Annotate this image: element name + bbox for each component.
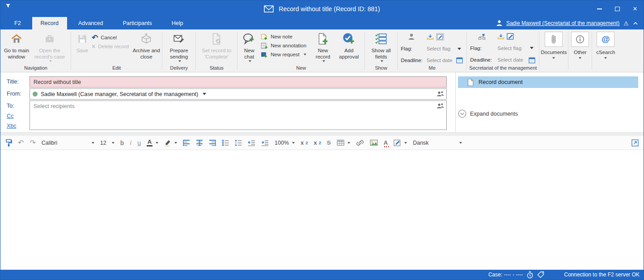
other-menu-button[interactable]: Other xyxy=(569,29,591,72)
warning-icon[interactable]: ⚠ xyxy=(623,20,629,27)
underline-button[interactable]: u xyxy=(137,139,141,146)
open-records-case-button[interactable]: Open the record's case xyxy=(30,31,69,62)
subscript-button[interactable]: x2 xyxy=(314,139,322,146)
undo-button[interactable]: ↶ xyxy=(18,138,24,147)
tab-help[interactable]: Help xyxy=(163,17,192,29)
align-center-button[interactable] xyxy=(196,139,203,146)
insert-image-button[interactable] xyxy=(370,139,378,146)
secretariat-flag-select[interactable]: Select flag xyxy=(497,46,525,51)
csearch-button[interactable]: @ cSearch xyxy=(593,29,619,72)
from-field[interactable]: Sadie Maxwell (Case manager, Secretariat… xyxy=(30,88,447,100)
group-label-me: Me xyxy=(398,65,466,72)
ribbon-group-status: Set record to 'Complete' Status xyxy=(196,29,237,72)
flag-tray-icon[interactable] xyxy=(427,34,434,40)
decrease-indent-button[interactable] xyxy=(248,140,255,146)
open-editor-window-button[interactable] xyxy=(631,139,639,146)
current-user-link[interactable]: Sadie Maxwell (Secretariat of the manage… xyxy=(506,20,619,26)
secretariat-deadline-select[interactable]: Select date xyxy=(497,57,525,63)
prepare-sending-button[interactable]: Prepare sending xyxy=(164,31,194,62)
minimize-button[interactable] xyxy=(595,5,603,13)
secretariat-calendar-icon[interactable] xyxy=(529,57,537,63)
bullet-list-button[interactable] xyxy=(222,139,229,146)
quick-access-pin-icon[interactable] xyxy=(5,4,11,8)
save-icon xyxy=(76,31,88,46)
address-book-icon[interactable] xyxy=(436,91,444,97)
ribbon-group-edit: Save ↶ Cancel × Delete record xyxy=(72,29,161,72)
new-annotation-button[interactable]: New annotation xyxy=(261,42,306,49)
increase-indent-button[interactable] xyxy=(261,140,269,146)
superscript-button[interactable]: x2 xyxy=(301,139,308,146)
documents-menu-button[interactable]: Documents xyxy=(540,29,568,72)
document-icon xyxy=(467,79,474,86)
add-approval-button[interactable]: Add approval xyxy=(335,31,363,60)
ribbon-group-new: New chat New note New annotation xyxy=(238,29,364,72)
bold-button[interactable]: b xyxy=(120,139,124,146)
record-document-editor[interactable] xyxy=(0,150,644,270)
edit-mode-button[interactable] xyxy=(394,139,407,146)
insert-link-button[interactable] xyxy=(356,139,364,146)
show-all-fields-button[interactable]: Show all fields xyxy=(367,31,395,62)
tab-record[interactable]: Record xyxy=(32,17,67,29)
new-request-button[interactable]: New request xyxy=(261,51,306,58)
flag-edit-icon-selected[interactable] xyxy=(436,33,444,41)
format-painter-button[interactable] xyxy=(5,139,12,147)
font-color-button[interactable]: A xyxy=(147,139,158,146)
highlighter-button[interactable] xyxy=(164,139,177,146)
italic-button[interactable]: i xyxy=(130,139,131,146)
table-button[interactable] xyxy=(337,139,350,146)
me-flag-select[interactable]: Select flag xyxy=(427,46,453,51)
go-to-main-window-button[interactable]: Go to main window xyxy=(3,31,30,60)
from-dropdown-caret[interactable] xyxy=(203,93,206,95)
to-label: To: xyxy=(7,103,30,109)
cc-link[interactable]: Cc xyxy=(7,113,30,119)
expand-chevron-icon xyxy=(458,109,466,118)
align-right-button[interactable] xyxy=(209,139,216,146)
collapse-ribbon-icon[interactable] xyxy=(633,21,638,25)
group-separator xyxy=(539,32,539,70)
record-document-item[interactable]: Record document xyxy=(458,76,638,88)
close-button[interactable]: × xyxy=(631,5,639,13)
to-recipients-field[interactable]: Select recipients xyxy=(30,100,447,130)
numbered-list-button[interactable] xyxy=(235,139,242,146)
address-book-icon[interactable] xyxy=(436,103,444,109)
strikethrough-button[interactable]: S xyxy=(327,139,331,146)
expand-documents-button[interactable]: Expand documents xyxy=(458,109,638,118)
to-labels-column: To: Cc Xbc xyxy=(7,100,30,130)
me-flag-label: Flag: xyxy=(401,46,423,51)
set-record-complete-button[interactable]: Set record to 'Complete' xyxy=(198,31,235,60)
redo-button[interactable]: ↷ xyxy=(30,138,35,147)
secretariat-flag-dropdown-caret[interactable] xyxy=(530,47,534,49)
group-separator xyxy=(71,32,71,70)
flag-tray-icon[interactable] xyxy=(497,33,504,40)
font-size-select[interactable]: 12 xyxy=(100,140,114,146)
stopwatch-icon[interactable] xyxy=(526,271,534,279)
group-separator xyxy=(162,32,162,70)
title-input[interactable] xyxy=(30,76,447,88)
xbc-link[interactable]: Xbc xyxy=(7,123,30,129)
maximize-button[interactable] xyxy=(613,5,621,13)
me-person-icon xyxy=(408,33,415,40)
new-note-button[interactable]: New note xyxy=(261,33,306,40)
zoom-select[interactable]: 100% xyxy=(275,140,295,146)
tab-advanced[interactable]: Advanced xyxy=(70,17,112,29)
spellcheck-button[interactable]: A xyxy=(384,139,388,146)
font-family-select[interactable]: Calibri xyxy=(42,140,94,146)
me-calendar-icon[interactable] xyxy=(456,57,464,63)
archive-and-close-button[interactable]: Archive and close xyxy=(132,31,160,60)
tab-participants[interactable]: Participants xyxy=(114,17,161,29)
cancel-button[interactable]: ↶ Cancel xyxy=(92,34,129,41)
me-deadline-select[interactable]: Select date xyxy=(427,58,453,63)
tag-icon[interactable] xyxy=(537,271,544,278)
align-left-button[interactable] xyxy=(183,139,190,146)
new-record-button[interactable]: New record xyxy=(311,31,335,62)
me-flag-dropdown-caret[interactable] xyxy=(458,48,461,50)
delete-record-button[interactable]: × Delete record xyxy=(92,43,129,50)
group-label-show: Show xyxy=(365,65,397,72)
new-chat-button[interactable]: New chat xyxy=(239,31,259,62)
flag-edit-icon[interactable] xyxy=(507,33,514,40)
tab-f2[interactable]: F2 xyxy=(6,17,30,29)
save-button[interactable]: Save xyxy=(73,31,92,54)
language-select[interactable]: Dansk xyxy=(413,140,462,146)
group-separator xyxy=(237,32,237,70)
panel-divider xyxy=(0,132,644,136)
